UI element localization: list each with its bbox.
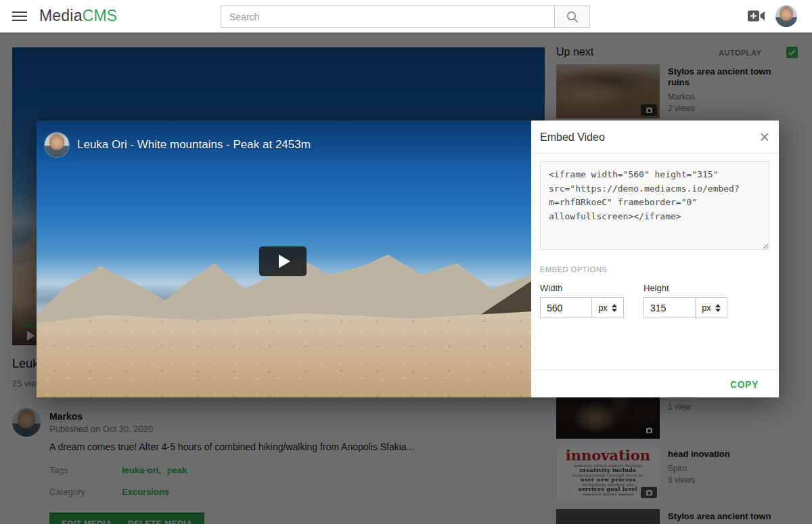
width-input[interactable] (540, 297, 593, 318)
height-unit-value: px (702, 303, 711, 313)
close-icon[interactable]: × (759, 127, 769, 147)
play-icon (279, 255, 290, 268)
width-label: Width (540, 283, 562, 293)
height-input[interactable] (644, 297, 696, 318)
modal-footer: COPY (531, 370, 779, 397)
stepper-arrows-icon (715, 304, 721, 312)
top-app-bar: MediaCMS (0, 0, 812, 32)
embed-code-textarea[interactable]: <iframe width="560" height="315" src="ht… (540, 161, 769, 250)
embed-options-panel: Embed Video × <iframe width="560" height… (531, 121, 779, 397)
search-icon (566, 10, 579, 24)
mediacms-video-page: Leuka Ori - White mountains - Peak at 24… (0, 0, 812, 524)
stepper-arrows-icon (612, 304, 617, 312)
modal-header: Embed Video × (531, 121, 779, 154)
height-unit-select[interactable]: px (695, 297, 727, 318)
search-button[interactable] (554, 5, 590, 28)
logo-text-media: Media (39, 7, 83, 24)
mediacms-logo[interactable]: MediaCMS (39, 7, 117, 25)
copy-button[interactable]: COPY (730, 379, 759, 390)
menu-icon[interactable] (12, 10, 27, 22)
upload-media-button[interactable] (747, 9, 767, 24)
user-avatar[interactable] (775, 5, 797, 27)
preview-play-button[interactable] (259, 246, 307, 276)
embed-preview-player[interactable]: Leuka Ori - White mountains - Peak at 24… (37, 121, 531, 397)
modal-title: Embed Video (540, 131, 605, 144)
width-unit-select[interactable]: px (591, 297, 624, 318)
embed-options-heading: EMBED OPTIONS (540, 265, 607, 274)
width-unit-value: px (598, 303, 608, 313)
height-label: Height (644, 283, 669, 293)
embed-video-modal: Leuka Ori - White mountains - Peak at 24… (37, 121, 779, 397)
logo-text-cms: CMS (83, 7, 118, 24)
search-input[interactable] (221, 5, 555, 28)
preview-video-title: Leuka Ori - White mountains - Peak at 24… (77, 138, 311, 152)
video-upload-icon (747, 9, 765, 23)
search-bar (221, 5, 590, 28)
preview-author-avatar[interactable] (45, 133, 69, 157)
